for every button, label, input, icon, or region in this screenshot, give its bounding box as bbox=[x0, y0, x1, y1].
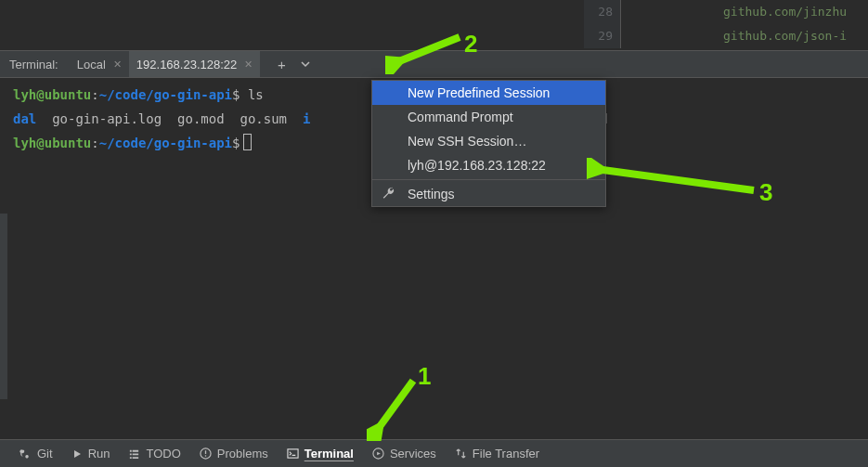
prompt-path: ~/code/go-gin-api bbox=[99, 136, 232, 150]
editor-gutter: 28 29 bbox=[584, 0, 621, 48]
prompt-sep: : bbox=[91, 136, 98, 150]
prompt-dollar: $ bbox=[232, 136, 240, 150]
menu-ssh-host[interactable]: lyh@192.168.23.128:22 bbox=[372, 153, 605, 177]
footer-services[interactable]: Services bbox=[363, 441, 446, 467]
ls-entry: i bbox=[303, 111, 310, 126]
prompt-path: ~/code/go-gin-api bbox=[99, 87, 232, 102]
prompt-user: lyh@ubuntu bbox=[13, 136, 91, 150]
terminal-label: Terminal: bbox=[9, 58, 58, 71]
footer-label: Terminal bbox=[304, 447, 354, 461]
line-number: 29 bbox=[584, 24, 620, 48]
footer-git[interactable]: Git bbox=[9, 441, 62, 467]
chevron-down-icon bbox=[300, 58, 311, 70]
annotation-2: 2 bbox=[464, 30, 477, 58]
code-line: github.com/json-i bbox=[723, 24, 868, 48]
terminal-cursor bbox=[243, 134, 252, 150]
footer-label: Problems bbox=[217, 447, 268, 461]
ls-entry: go-gin-api.log bbox=[52, 111, 162, 126]
play-icon bbox=[71, 448, 83, 460]
menu-new-predefined[interactable]: New Predefined Session bbox=[372, 81, 605, 105]
branch-icon bbox=[19, 448, 32, 461]
session-dropdown-menu: New Predefined Session Command Prompt Ne… bbox=[371, 80, 606, 207]
footer-label: TODO bbox=[146, 447, 180, 461]
footer-label: Run bbox=[88, 447, 110, 461]
terminal-header: Terminal: Local ✕ 192.168.23.128:22 ✕ + bbox=[0, 50, 868, 78]
side-toolbar[interactable] bbox=[0, 214, 7, 399]
transfer-icon bbox=[455, 448, 467, 460]
menu-settings[interactable]: Settings bbox=[372, 182, 605, 206]
tab-label: Local bbox=[77, 58, 106, 71]
list-icon bbox=[128, 448, 140, 460]
new-tab-button[interactable]: + bbox=[269, 52, 293, 76]
prompt-sep: : bbox=[91, 87, 98, 102]
tab-label: 192.168.23.128:22 bbox=[136, 58, 237, 71]
footer-label: Git bbox=[37, 447, 53, 461]
warning-icon bbox=[200, 448, 212, 460]
footer-terminal[interactable]: Terminal bbox=[278, 441, 363, 467]
svg-rect-3 bbox=[288, 449, 298, 458]
menu-divider bbox=[372, 179, 605, 180]
annotation-1: 1 bbox=[418, 362, 431, 391]
prompt-user: lyh@ubuntu bbox=[13, 87, 91, 102]
footer-run[interactable]: Run bbox=[62, 441, 120, 467]
footer-label: File Transfer bbox=[473, 447, 539, 461]
svg-rect-2 bbox=[205, 455, 206, 456]
services-icon bbox=[372, 448, 384, 460]
ls-entry: dal bbox=[13, 111, 36, 126]
command-text: ls bbox=[248, 87, 264, 102]
prompt-dollar: $ bbox=[232, 87, 240, 102]
svg-rect-1 bbox=[205, 450, 206, 454]
annotation-3: 3 bbox=[759, 178, 772, 207]
line-number: 28 bbox=[584, 0, 620, 24]
ls-entry: go.mod bbox=[177, 111, 225, 126]
footer-toolbar: Git Run TODO Problems Terminal Services bbox=[0, 439, 868, 467]
menu-label: Settings bbox=[408, 187, 455, 201]
footer-label: Services bbox=[390, 447, 436, 461]
footer-todo[interactable]: TODO bbox=[119, 441, 189, 467]
plus-icon: + bbox=[278, 57, 286, 72]
code-line: github.com/jinzhu bbox=[723, 0, 868, 24]
editor-content: github.com/jinzhu github.com/json-i bbox=[621, 0, 868, 48]
wrench-icon bbox=[382, 187, 395, 202]
ls-entry: go.sum bbox=[240, 111, 287, 126]
terminal-tab-ssh[interactable]: 192.168.23.128:22 ✕ bbox=[129, 51, 260, 77]
menu-new-ssh[interactable]: New SSH Session… bbox=[372, 129, 605, 153]
dropdown-button[interactable] bbox=[293, 52, 317, 76]
close-icon[interactable]: ✕ bbox=[244, 58, 253, 71]
close-icon[interactable]: ✕ bbox=[113, 58, 122, 71]
footer-file-transfer[interactable]: File Transfer bbox=[446, 441, 549, 467]
terminal-tab-local[interactable]: Local ✕ bbox=[70, 51, 129, 77]
menu-command-prompt[interactable]: Command Prompt bbox=[372, 105, 605, 129]
terminal-icon bbox=[287, 448, 299, 460]
footer-problems[interactable]: Problems bbox=[190, 441, 278, 467]
